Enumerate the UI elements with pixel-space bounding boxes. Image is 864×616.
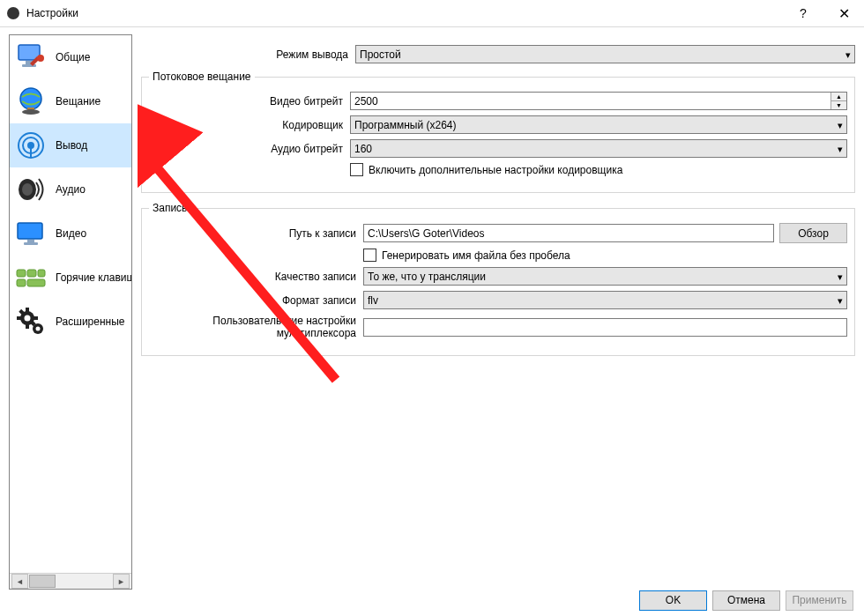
sidebar-item-output[interactable]: Вывод (10, 123, 131, 167)
globe-icon (15, 85, 47, 117)
format-select[interactable]: flv ▾ (363, 291, 847, 309)
streaming-legend: Потоковое вещание (149, 71, 255, 83)
advanced-encoder-label: Включить дополнительные настройки кодиро… (369, 164, 622, 176)
sidebar-item-label: Видео (56, 227, 86, 240)
sidebar-item-stream[interactable]: Вещание (10, 79, 131, 123)
cancel-button[interactable]: Отмена (712, 590, 780, 611)
format-label: Формат записи (149, 294, 363, 307)
mux-label: Пользовательские настройки мультиплексор… (149, 315, 363, 339)
path-value: C:\Users\G Goter\Videos (368, 227, 485, 240)
scroll-right-button[interactable]: ► (113, 574, 130, 589)
svg-point-6 (22, 109, 40, 115)
keyboard-icon (15, 262, 47, 293)
close-button[interactable]: ✕ (823, 0, 864, 26)
svg-point-30 (36, 327, 41, 331)
encoder-value: Программный (x264) (354, 119, 457, 131)
recording-legend: Запись (149, 202, 190, 214)
help-button[interactable]: ? (783, 0, 823, 26)
path-input[interactable]: C:\Users\G Goter\Videos (363, 224, 774, 242)
ok-button[interactable]: OK (639, 590, 707, 611)
chevron-down-icon: ▾ (838, 295, 843, 307)
audio-bitrate-label: Аудио битрейт (149, 143, 350, 155)
monitor-wrench-icon (15, 41, 47, 73)
svg-rect-10 (30, 145, 32, 158)
svg-rect-17 (27, 270, 36, 277)
app-icon (7, 7, 19, 19)
svg-point-4 (20, 88, 41, 109)
advanced-encoder-checkbox[interactable]: Включить дополнительные настройки кодиро… (350, 163, 622, 176)
quality-label: Качество записи (149, 271, 363, 283)
gen-name-checkbox[interactable]: Генерировать имя файла без пробела (363, 249, 570, 262)
gen-name-label: Генерировать имя файла без пробела (382, 249, 570, 262)
sidebar-item-general[interactable]: Общие (10, 35, 131, 79)
sidebar-item-label: Вывод (56, 139, 87, 152)
svg-point-3 (37, 55, 44, 62)
audio-bitrate-value: 160 (354, 143, 372, 155)
encoder-select[interactable]: Программный (x264) ▾ (350, 115, 847, 134)
svg-rect-14 (27, 240, 34, 242)
checkbox-icon (350, 163, 363, 176)
quality-value: То же, что у трансляции (368, 271, 486, 283)
spin-up-button[interactable]: ▲ (831, 93, 846, 100)
ok-button-label: OK (666, 594, 681, 606)
recording-group: Запись Путь к записи C:\Users\G Goter\Vi… (141, 202, 855, 356)
svg-rect-18 (17, 279, 26, 286)
display-icon (15, 218, 47, 249)
svg-rect-25 (33, 316, 38, 320)
cancel-button-label: Отмена (727, 594, 765, 606)
svg-point-12 (22, 183, 33, 196)
svg-rect-20 (38, 270, 45, 277)
svg-rect-22 (26, 308, 29, 313)
chevron-down-icon: ▾ (838, 144, 843, 155)
sidebar-item-audio[interactable]: Аудио (10, 167, 131, 212)
encoder-label: Кодировщик (149, 119, 350, 131)
apply-button-label: Применить (792, 594, 846, 606)
chevron-down-icon: ▾ (838, 120, 843, 131)
svg-rect-16 (17, 270, 26, 277)
gear-icon (15, 306, 47, 338)
apply-button[interactable]: Применить (786, 590, 853, 611)
format-value: flv (368, 294, 378, 307)
svg-rect-13 (18, 223, 42, 239)
spin-down-button[interactable]: ▼ (831, 100, 846, 109)
sidebar-item-label: Общие (56, 51, 90, 63)
sidebar-item-advanced[interactable]: Расширенные (10, 300, 131, 344)
sidebar-item-label: Аудио (56, 183, 86, 196)
scroll-track[interactable] (29, 575, 112, 588)
browse-button[interactable]: Обзор (779, 223, 847, 243)
audio-bitrate-select[interactable]: 160 ▾ (350, 139, 847, 158)
video-bitrate-label: Видео битрейт (149, 95, 350, 108)
streaming-group: Потоковое вещание Видео битрейт 2500 ▲ ▼ (141, 71, 855, 193)
scroll-left-button[interactable]: ◄ (11, 574, 28, 589)
output-mode-value: Простой (360, 48, 401, 61)
video-bitrate-value: 2500 (354, 95, 378, 108)
sidebar-hscroll[interactable]: ◄ ► (10, 573, 131, 589)
checkbox-icon (363, 249, 376, 262)
sidebar-item-label: Расширенные (56, 315, 125, 328)
svg-point-29 (25, 315, 31, 322)
video-bitrate-input[interactable]: 2500 ▲ ▼ (350, 92, 847, 110)
sidebar-nav: Общие Вещание (9, 34, 132, 590)
window-title: Настройки (26, 7, 78, 19)
browse-button-label: Обзор (798, 227, 829, 240)
quality-select[interactable]: То же, что у трансляции ▾ (363, 267, 847, 286)
output-mode-select[interactable]: Простой ▾ (355, 45, 855, 63)
sidebar-item-video[interactable]: Видео (10, 212, 131, 256)
svg-rect-23 (26, 323, 29, 329)
sidebar-item-label: Вещание (56, 95, 101, 108)
svg-rect-2 (22, 64, 36, 67)
svg-rect-19 (27, 279, 45, 286)
svg-rect-24 (17, 316, 22, 320)
svg-rect-15 (24, 242, 38, 245)
broadcast-icon (15, 130, 47, 161)
path-label: Путь к записи (149, 227, 363, 240)
mux-input[interactable] (363, 318, 847, 337)
chevron-down-icon: ▾ (838, 271, 843, 283)
speaker-icon (15, 174, 47, 205)
sidebar-item-label: Горячие клавиши (56, 271, 131, 284)
scroll-thumb[interactable] (29, 575, 56, 588)
output-mode-label: Режим вывода (141, 48, 355, 61)
sidebar-item-hotkeys[interactable]: Горячие клавиши (10, 256, 131, 300)
chevron-down-icon: ▾ (845, 49, 851, 61)
